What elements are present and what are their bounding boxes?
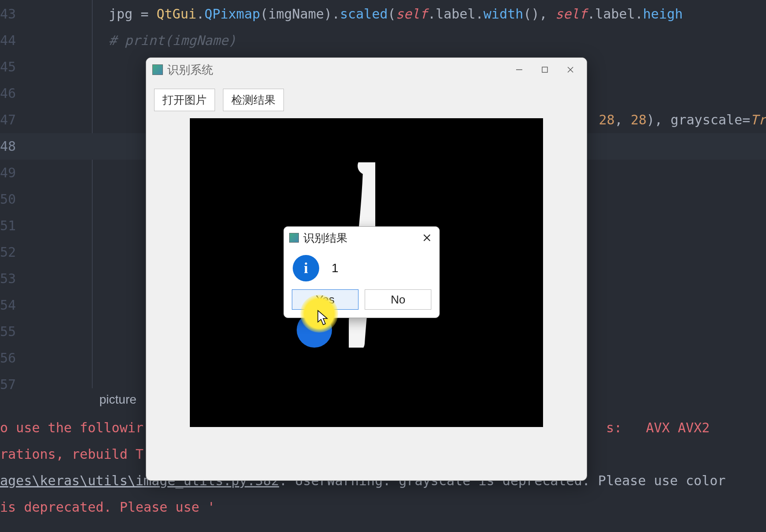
line-number: 51 (0, 213, 16, 239)
line-number: 55 (0, 318, 16, 345)
minimize-button[interactable] (506, 61, 532, 79)
code-line: # print(imgName) (16, 27, 766, 54)
maximize-button[interactable] (532, 61, 558, 79)
dialog-titlebar[interactable]: 识别结果 (284, 227, 439, 249)
svg-rect-1 (542, 67, 547, 72)
dialog-close-button[interactable] (418, 229, 436, 247)
line-number: 44 (0, 27, 16, 54)
code-line: jpg = QtGui.QPixmap(imgName).scaled(self… (16, 1, 766, 27)
line-number: 50 (0, 186, 16, 213)
dialog-result-text: 1 (332, 261, 339, 275)
line-number: 57 (0, 371, 16, 398)
line-number: 46 (0, 80, 16, 107)
breadcrumb-label[interactable]: picture (99, 393, 136, 407)
line-number: 49 (0, 160, 16, 186)
line-number: 54 (0, 292, 16, 318)
app-toolbar: 打开图片 检测结果 (146, 82, 587, 111)
app-title: 识别系统 (167, 62, 213, 78)
line-number: 53 (0, 266, 16, 292)
dialog-icon (289, 233, 299, 243)
detect-result-button[interactable]: 检测结果 (223, 89, 284, 111)
yes-button[interactable]: Yes (292, 289, 358, 310)
no-button[interactable]: No (365, 289, 431, 310)
dialog-button-row: Yes No (284, 289, 439, 318)
line-number: 43 (0, 1, 16, 27)
app-titlebar[interactable]: 识别系统 (146, 58, 587, 82)
dialog-body: i 1 (284, 249, 439, 289)
line-number-gutter: 43 44 45 46 47 48 49 50 51 52 53 54 55 5… (0, 0, 16, 388)
line-number: 56 (0, 345, 16, 371)
line-number-active: 48 (0, 133, 16, 160)
info-icon: i (293, 255, 319, 281)
result-dialog: 识别结果 i 1 Yes No (283, 226, 440, 318)
dialog-title: 识别结果 (303, 231, 347, 245)
app-icon (152, 64, 163, 75)
line-number: 52 (0, 239, 16, 266)
terminal-line: is deprecated. Please use ' (0, 494, 766, 521)
close-button[interactable] (558, 61, 583, 79)
line-number: 47 (0, 107, 16, 133)
open-image-button[interactable]: 打开图片 (154, 89, 215, 111)
line-number: 45 (0, 54, 16, 80)
